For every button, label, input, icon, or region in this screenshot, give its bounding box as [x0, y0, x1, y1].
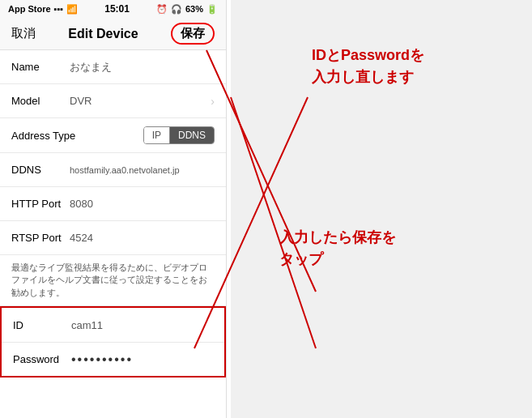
http-port-row: HTTP Port 8080 — [0, 187, 226, 221]
status-right: ⏰ 🎧 63% 🔋 — [156, 4, 218, 15]
annotation-area: IDとPasswordを入力し直します 入力したら保存をタップ — [231, 0, 532, 418]
model-value[interactable]: DVR — [70, 95, 211, 107]
bottom-annotation-text: 入力したら保存をタップ — [279, 229, 396, 267]
rtsp-port-value[interactable]: 4524 — [70, 232, 215, 244]
ddns-row: DDNS hostfamily.aa0.netvolanet.jp — [0, 153, 226, 187]
rtsp-port-label: RTSP Port — [11, 232, 70, 244]
wifi-icon: 📶 — [66, 4, 78, 15]
password-label: Password — [13, 353, 71, 365]
ddns-label: DDNS — [11, 164, 70, 176]
info-text: 最適なライブ監視結果を得るために、ビデオプロファイルをヘルプ文書に従って設定する… — [0, 255, 226, 306]
ip-option[interactable]: IP — [144, 127, 170, 143]
credentials-section: ID cam11 Password •••••••••• — [0, 306, 226, 377]
battery-icon: 🔋 — [206, 4, 218, 15]
name-label: Name — [11, 61, 70, 73]
address-type-row: Address Type IP DDNS — [0, 118, 226, 153]
top-annotation: IDとPasswordを入力し直します — [312, 45, 424, 88]
password-row: Password •••••••••• — [2, 342, 224, 376]
name-row: Name おなまえ — [0, 50, 226, 84]
cancel-button[interactable]: 取消 — [11, 26, 36, 41]
http-port-label: HTTP Port — [11, 198, 70, 210]
address-type-toggle[interactable]: IP DDNS — [143, 126, 215, 144]
id-value[interactable]: cam11 — [71, 319, 213, 331]
id-row: ID cam11 — [2, 308, 224, 342]
name-value[interactable]: おなまえ — [70, 60, 215, 75]
model-row: Model DVR › — [0, 84, 226, 118]
password-value[interactable]: •••••••••• — [71, 352, 213, 367]
headphone-icon: 🎧 — [171, 4, 182, 15]
battery-label: 63% — [185, 4, 203, 14]
model-label: Model — [11, 95, 70, 107]
ddns-value[interactable]: hostfamily.aa0.netvolanet.jp — [70, 165, 215, 175]
save-button[interactable]: 保存 — [171, 23, 215, 45]
signal-icon: ▪▪▪ — [54, 4, 64, 14]
ddns-option[interactable]: DDNS — [170, 127, 214, 143]
phone-screen: App Store ▪▪▪ 📶 15:01 ⏰ 🎧 63% 🔋 取消 Edit … — [0, 0, 227, 418]
top-annotation-text: IDとPasswordを入力し直します — [312, 47, 424, 85]
form-content: Name おなまえ Model DVR › Address Type IP DD… — [0, 50, 226, 418]
nav-bar: 取消 Edit Device 保存 — [0, 18, 226, 50]
alarm-icon: ⏰ — [156, 4, 168, 15]
rtsp-port-row: RTSP Port 4524 — [0, 221, 226, 255]
page-title: Edit Device — [68, 27, 138, 41]
bottom-annotation: 入力したら保存をタップ — [279, 227, 396, 271]
status-bar: App Store ▪▪▪ 📶 15:01 ⏰ 🎧 63% 🔋 — [0, 0, 226, 18]
chevron-right-icon: › — [211, 95, 215, 108]
status-left: App Store ▪▪▪ 📶 — [8, 4, 78, 15]
address-type-label: Address Type — [11, 130, 75, 142]
id-label: ID — [13, 319, 71, 331]
http-port-value[interactable]: 8080 — [70, 198, 215, 210]
app-store-label: App Store — [8, 4, 51, 14]
clock: 15:01 — [104, 3, 130, 15]
